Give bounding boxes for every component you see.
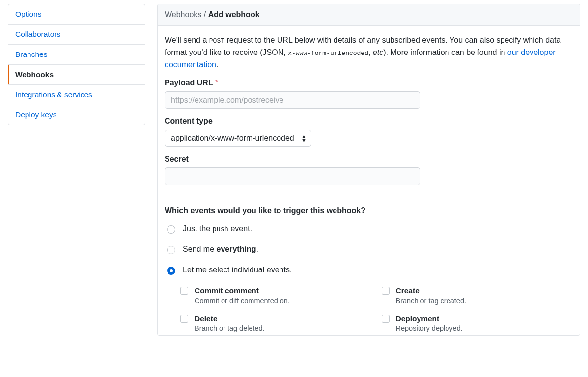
sidebar-item-branches[interactable]: Branches (8, 45, 145, 65)
settings-sidebar: Options Collaborators Branches Webhooks … (8, 4, 145, 336)
event-title: Commit comment (195, 286, 290, 296)
radio-everything-label: Send me everything. (183, 245, 258, 254)
events-heading: Which events would you like to trigger t… (165, 206, 573, 215)
event-checkbox-create[interactable] (382, 287, 390, 295)
event-desc: Branch or tag deleted. (195, 324, 265, 332)
breadcrumb-separator: / (204, 10, 206, 19)
event-title: Create (396, 286, 466, 296)
main-panel: Webhooks / Add webhook We'll send a POST… (157, 4, 580, 336)
breadcrumb-root[interactable]: Webhooks (165, 10, 201, 19)
content-type-label: Content type (165, 117, 573, 126)
event-desc: Branch or tag created. (396, 297, 466, 305)
payload-url-label: Payload URL * (165, 79, 573, 87)
event-checkbox-deployment[interactable] (382, 315, 390, 323)
secret-label: Secret (165, 155, 573, 163)
radio-just-push-label: Just the push event. (183, 224, 252, 233)
event-checkbox-commit-comment[interactable] (180, 287, 188, 295)
radio-individual-label: Let me select individual events. (183, 266, 292, 274)
event-desc: Repository deployed. (396, 324, 463, 332)
event-checkbox-delete[interactable] (180, 315, 188, 323)
secret-input[interactable] (165, 167, 420, 185)
sidebar-item-deploy-keys[interactable]: Deploy keys (8, 105, 145, 125)
event-title: Delete (195, 314, 265, 323)
radio-individual[interactable] (167, 267, 175, 275)
event-desc: Commit or diff commented on. (195, 297, 290, 305)
individual-events-grid: Commit comment Commit or diff commented … (178, 286, 573, 332)
radio-everything[interactable] (167, 246, 175, 254)
sidebar-item-options[interactable]: Options (8, 4, 145, 25)
intro-code-urlencoded: x-www-form-urlencoded (288, 50, 368, 57)
sidebar-item-collaborators[interactable]: Collaborators (8, 25, 145, 45)
payload-url-input[interactable] (165, 91, 420, 109)
breadcrumb-leaf: Add webhook (208, 10, 260, 19)
settings-menu: Options Collaborators Branches Webhooks … (8, 4, 145, 125)
radio-just-push[interactable] (167, 225, 175, 234)
intro-code-post: POST (209, 37, 224, 45)
event-title: Deployment (396, 314, 463, 323)
intro-text: We'll send a POST request to the URL bel… (165, 34, 573, 71)
content-type-select[interactable]: application/x-www-form-urlencoded (165, 130, 311, 147)
required-indicator: * (215, 79, 218, 87)
sidebar-item-webhooks[interactable]: Webhooks (8, 65, 145, 85)
breadcrumb: Webhooks / Add webhook (158, 4, 580, 26)
sidebar-item-integrations[interactable]: Integrations & services (8, 85, 145, 105)
